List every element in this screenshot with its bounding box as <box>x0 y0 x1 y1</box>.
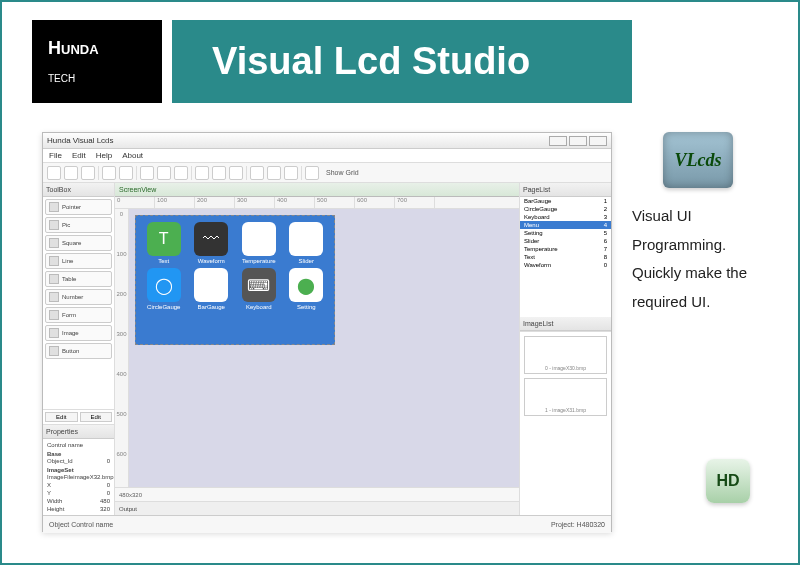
design-canvas[interactable]: TText 〰Waveform 🌡Temperature ◆Slider ◯Ci… <box>129 209 519 487</box>
slider-icon: ◆ <box>289 222 323 256</box>
status-left: Object Control name <box>49 521 113 528</box>
tool-line[interactable]: Line <box>45 253 112 269</box>
vlcds-logo-icon: VLcds <box>663 132 733 188</box>
menu-about[interactable]: About <box>122 151 143 160</box>
widget-text[interactable]: TText <box>142 222 186 264</box>
toolbar-showgrid-label[interactable]: Show Grid <box>326 169 359 176</box>
window-titlebar[interactable]: Hunda Visual Lcds <box>43 133 611 149</box>
pic-icon <box>49 220 59 230</box>
promo-text: Visual UI Programming. Quickly make the … <box>628 202 768 316</box>
properties-panel: Control name Base Object_Id0 ImageSet Im… <box>43 439 114 515</box>
thermometer-icon: 🌡 <box>242 222 276 256</box>
design-surface[interactable]: TText 〰Waveform 🌡Temperature ◆Slider ◯Ci… <box>135 215 335 345</box>
imagelist-header: ImageList <box>520 317 611 331</box>
widget-temperature[interactable]: 🌡Temperature <box>237 222 281 264</box>
line-icon <box>49 256 59 266</box>
pagelist-item[interactable]: Text8 <box>520 253 611 261</box>
toolbox-header: ToolBox <box>43 183 114 197</box>
pointer-icon <box>49 202 59 212</box>
menu-edit[interactable]: Edit <box>72 151 86 160</box>
maximize-button[interactable] <box>569 136 587 146</box>
widget-keyboard[interactable]: ⌨Keyboard <box>237 268 281 310</box>
form-icon <box>49 310 59 320</box>
widget-bargauge[interactable]: ▮BarGauge <box>190 268 234 310</box>
tool-button[interactable]: Button <box>45 343 112 359</box>
toolbox-edit2[interactable]: Edit <box>80 412 113 422</box>
pagelist-item[interactable]: Keyboard3 <box>520 213 611 221</box>
pagelist-item[interactable]: BarGauge1 <box>520 197 611 205</box>
text-icon: T <box>147 222 181 256</box>
toolbar-undo-icon[interactable] <box>102 166 116 180</box>
output-panel: Output <box>115 501 519 515</box>
ruler-vertical: 0100200300400500600 <box>115 209 129 487</box>
image-icon <box>49 328 59 338</box>
status-project: Project: H480320 <box>551 521 605 528</box>
menu-file[interactable]: File <box>49 151 62 160</box>
pagelist-item[interactable]: CircleGauge2 <box>520 205 611 213</box>
widget-setting[interactable]: ⬤Setting <box>285 268 329 310</box>
minimize-button[interactable] <box>549 136 567 146</box>
canvas-tab[interactable]: ScreenView <box>115 183 519 197</box>
app-window: Hunda Visual Lcds File Edit Help About <box>42 132 612 532</box>
status-bar: Object Control name Project: H480320 <box>43 515 611 533</box>
toolbar-paste-icon[interactable] <box>229 166 243 180</box>
tool-table[interactable]: Table <box>45 271 112 287</box>
tool-pic[interactable]: Pic <box>45 217 112 233</box>
toolbar-grid-icon[interactable] <box>305 166 319 180</box>
ruler-horizontal: 0100200300400500600700 <box>115 197 519 209</box>
table-icon <box>49 274 59 284</box>
product-title: Visual Lcd Studio <box>172 20 632 103</box>
tool-number[interactable]: Number <box>45 289 112 305</box>
menu-help[interactable]: Help <box>96 151 112 160</box>
toolbar: Show Grid <box>43 163 611 183</box>
tool-square[interactable]: Square <box>45 235 112 251</box>
pagelist-item[interactable]: Setting5 <box>520 229 611 237</box>
toolbar-new-icon[interactable] <box>47 166 61 180</box>
pagelist-item[interactable]: Waveform0 <box>520 261 611 269</box>
toolbar-build-icon[interactable] <box>157 166 171 180</box>
pagelist-item[interactable]: Slider6 <box>520 237 611 245</box>
widget-waveform[interactable]: 〰Waveform <box>190 222 234 264</box>
toolbar-download-icon[interactable] <box>174 166 188 180</box>
tool-form[interactable]: Form <box>45 307 112 323</box>
bargauge-icon: ▮ <box>194 268 228 302</box>
menu-bar: File Edit Help About <box>43 149 611 163</box>
tool-image[interactable]: Image <box>45 325 112 341</box>
waveform-icon: 〰 <box>194 222 228 256</box>
toolbar-copy-icon[interactable] <box>212 166 226 180</box>
gauge-icon: ◯ <box>147 268 181 302</box>
canvas-footer: 480x320 <box>115 487 519 501</box>
toolbar-zoomout-icon[interactable] <box>267 166 281 180</box>
image-thumb[interactable]: 1 - imageX31.bmp <box>524 378 607 416</box>
keyboard-icon: ⌨ <box>242 268 276 302</box>
square-icon <box>49 238 59 248</box>
toolbar-save-icon[interactable] <box>81 166 95 180</box>
toolbar-id-icon[interactable] <box>284 166 298 180</box>
toolbar-run-icon[interactable] <box>140 166 154 180</box>
toolbox: Pointer Pic Square Line Table Number For… <box>43 197 114 409</box>
pagelist-item[interactable]: Menu4 <box>520 221 611 229</box>
button-icon <box>49 346 59 356</box>
brand-line2: tech <box>48 69 146 85</box>
toolbox-edit1[interactable]: Edit <box>45 412 78 422</box>
pagelist-header: PageList <box>520 183 611 197</box>
toolbar-cut-icon[interactable] <box>195 166 209 180</box>
toolbar-redo-icon[interactable] <box>119 166 133 180</box>
brand-box: Hunda tech <box>32 20 162 103</box>
hd-badge-icon: HD <box>706 459 750 503</box>
toolbar-open-icon[interactable] <box>64 166 78 180</box>
window-title: Hunda Visual Lcds <box>47 136 114 145</box>
toolbar-zoomin-icon[interactable] <box>250 166 264 180</box>
tool-pointer[interactable]: Pointer <box>45 199 112 215</box>
number-icon <box>49 292 59 302</box>
close-button[interactable] <box>589 136 607 146</box>
toggle-icon: ⬤ <box>289 268 323 302</box>
pagelist-item[interactable]: Temperature7 <box>520 245 611 253</box>
brand-line1: Hunda <box>48 38 146 59</box>
image-thumb[interactable]: 0 - imageX30.bmp <box>524 336 607 374</box>
widget-circlegauge[interactable]: ◯CircleGauge <box>142 268 186 310</box>
pagelist: BarGauge1CircleGauge2Keyboard3Menu4Setti… <box>520 197 611 317</box>
properties-header: Properties <box>43 425 114 439</box>
widget-slider[interactable]: ◆Slider <box>285 222 329 264</box>
